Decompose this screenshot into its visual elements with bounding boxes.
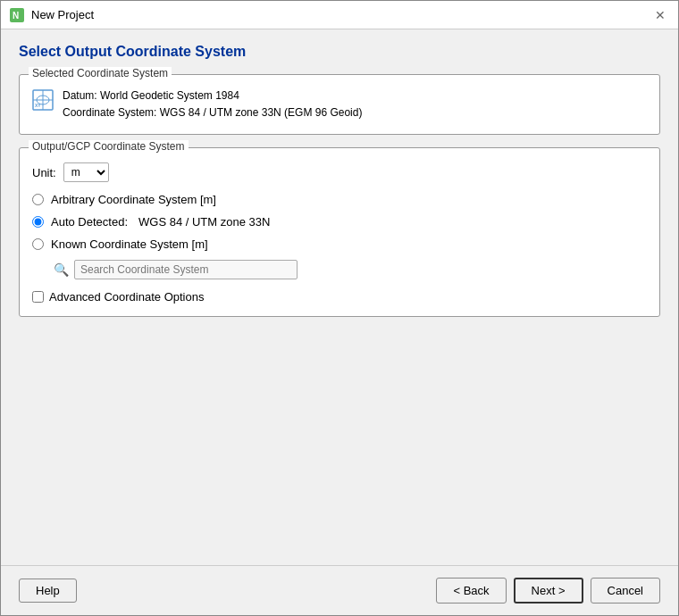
title-bar: N New Project ✕ <box>1 1 678 29</box>
footer-right: < Back Next > Cancel <box>436 578 660 604</box>
advanced-options-checkbox[interactable] <box>32 291 44 303</box>
search-input[interactable] <box>74 260 298 279</box>
coordinate-system-icon: XY <box>32 89 54 111</box>
app-icon: N <box>10 8 24 22</box>
search-icon: 🔍 <box>54 262 69 277</box>
window-title: New Project <box>31 8 94 21</box>
search-row: 🔍 <box>54 260 647 279</box>
known-cs-radio-row: Known Coordinate System [m] <box>32 237 647 251</box>
known-cs-label[interactable]: Known Coordinate System [m] <box>51 237 208 251</box>
auto-detected-radio[interactable] <box>32 216 44 228</box>
next-button[interactable]: Next > <box>514 578 583 604</box>
svg-text:XY: XY <box>35 103 41 108</box>
back-button[interactable]: < Back <box>436 578 506 604</box>
auto-detected-radio-row: Auto Detected: WGS 84 / UTM zone 33N <box>32 215 647 229</box>
cs-info: Datum: World Geodetic System 1984 Coordi… <box>63 87 362 121</box>
page-title: Select Output Coordinate System <box>19 44 660 60</box>
arbitrary-cs-radio-row: Arbitrary Coordinate System [m] <box>32 193 647 206</box>
output-gcp-group: Output/GCP Coordinate System Unit: m ft … <box>19 147 660 317</box>
selected-cs-group-label: Selected Coordinate System <box>29 67 172 79</box>
output-gcp-group-label: Output/GCP Coordinate System <box>29 140 189 153</box>
svg-text:N: N <box>13 11 19 21</box>
datum-line: Datum: World Geodetic System 1984 <box>63 87 362 104</box>
selected-cs-content: XY Datum: World Geodetic System 1984 Coo… <box>32 87 647 121</box>
title-bar-left: N New Project <box>10 8 94 22</box>
content-area: Select Output Coordinate System Selected… <box>1 29 678 565</box>
help-button[interactable]: Help <box>19 579 77 603</box>
arbitrary-cs-radio[interactable] <box>32 194 44 205</box>
advanced-options-row: Advanced Coordinate Options <box>32 290 647 304</box>
known-cs-radio[interactable] <box>32 238 44 250</box>
unit-label: Unit: <box>32 166 56 179</box>
footer: Help < Back Next > Cancel <box>1 565 678 615</box>
unit-select[interactable]: m ft deg <box>63 162 109 182</box>
selected-cs-group: Selected Coordinate System XY Datum: Wor… <box>19 74 660 135</box>
cs-line: Coordinate System: WGS 84 / UTM zone 33N… <box>63 104 362 121</box>
auto-detected-value: WGS 84 / UTM zone 33N <box>138 215 270 229</box>
unit-row: Unit: m ft deg <box>32 162 647 182</box>
window: N New Project ✕ Select Output Coordinate… <box>0 0 679 616</box>
cancel-button[interactable]: Cancel <box>591 578 660 604</box>
advanced-options-label[interactable]: Advanced Coordinate Options <box>49 290 204 304</box>
auto-detected-label[interactable]: Auto Detected: <box>51 215 128 229</box>
arbitrary-cs-label[interactable]: Arbitrary Coordinate System [m] <box>51 193 216 206</box>
close-button[interactable]: ✕ <box>651 6 669 24</box>
